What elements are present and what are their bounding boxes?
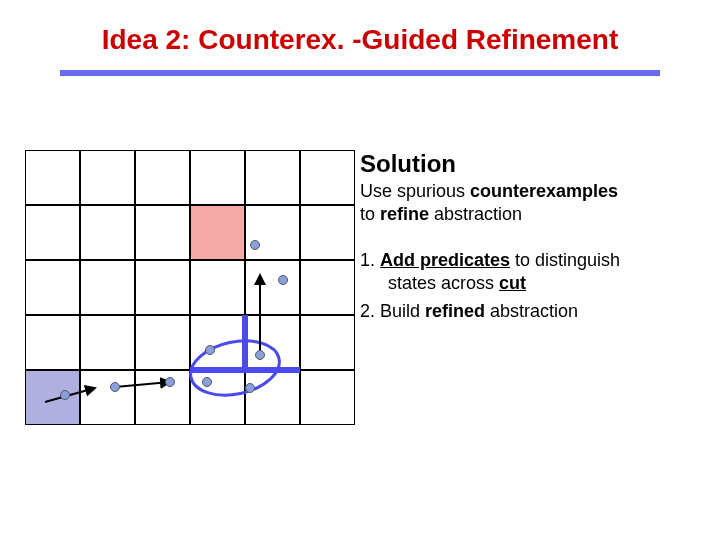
steps-list: 1. Add predicates to distinguish states … <box>360 249 700 323</box>
t: 1. <box>360 250 380 270</box>
svg-point-23 <box>166 378 175 387</box>
grid-svg <box>25 150 355 425</box>
title-underline <box>60 70 660 76</box>
slide-title: Idea 2: Counterex. -Guided Refinement <box>0 24 720 56</box>
step-1: 1. Add predicates to distinguish states … <box>360 249 700 296</box>
svg-point-27 <box>256 351 265 360</box>
t: 2. Build <box>360 301 425 321</box>
t: to distinguish <box>510 250 620 270</box>
t-bold: refined <box>425 301 485 321</box>
t: to <box>360 204 380 224</box>
svg-point-21 <box>61 391 70 400</box>
t: abstraction <box>485 301 578 321</box>
solution-text: Use spurious counterexamples to refine a… <box>360 180 700 225</box>
svg-point-22 <box>111 383 120 392</box>
grid-diagram <box>25 150 355 425</box>
solution-heading: Solution <box>360 150 700 178</box>
t: Use spurious <box>360 181 470 201</box>
t: abstraction <box>429 204 522 224</box>
svg-point-24 <box>206 346 215 355</box>
svg-point-28 <box>279 276 288 285</box>
t-bu: Add predicates <box>380 250 510 270</box>
step-2: 2. Build refined abstraction <box>360 300 700 323</box>
svg-line-19 <box>115 382 170 387</box>
svg-point-29 <box>251 241 260 250</box>
t-bu: cut <box>499 273 526 293</box>
t-bold: counterexamples <box>470 181 618 201</box>
t: states across <box>388 273 499 293</box>
text-column: Solution Use spurious counterexamples to… <box>360 150 700 327</box>
svg-rect-1 <box>25 370 80 425</box>
svg-rect-0 <box>190 205 245 260</box>
svg-point-25 <box>203 378 212 387</box>
svg-point-26 <box>246 384 255 393</box>
t-bold: refine <box>380 204 429 224</box>
step-1-cont: states across cut <box>360 272 700 295</box>
